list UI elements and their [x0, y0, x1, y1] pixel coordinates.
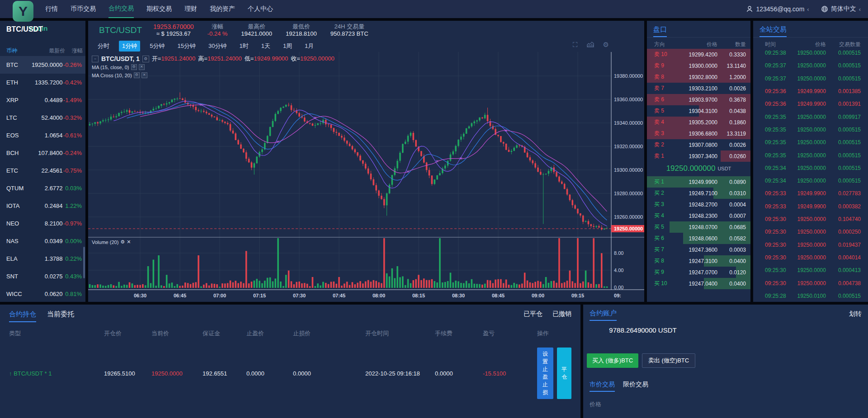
coin-row-BTC[interactable]: BTC19250.0000-0.26%	[0, 56, 85, 74]
nav-item-0[interactable]: 行情	[45, 0, 58, 18]
coin-list-scrollbar[interactable]	[83, 247, 85, 278]
positions-tab-0[interactable]: 合约持仓	[9, 310, 36, 322]
nav-item-4[interactable]: 理财	[184, 0, 197, 18]
orderbook-row[interactable]: 买 319248.27000.0004	[647, 199, 750, 210]
trade-qty: 0.009917	[826, 114, 868, 120]
positions-action-0[interactable]: 已平仓	[524, 310, 542, 318]
coin-row-IOTA[interactable]: IOTA0.24841.22%	[0, 197, 85, 215]
coin-row-BCH[interactable]: BCH107.8400-0.24%	[0, 144, 85, 162]
timeframe-1周[interactable]: 1周	[280, 41, 295, 52]
positions-tab-1[interactable]: 当前委托	[47, 310, 74, 322]
order-type-tab-0[interactable]: 市价交易	[590, 380, 615, 392]
timeframe-5分钟[interactable]: 5分钟	[146, 41, 168, 52]
coin-symbol: SNT	[0, 273, 31, 280]
chevron-icon: ‹	[859, 6, 861, 13]
trade-time: 09:25:28	[753, 293, 795, 299]
orderbook-row[interactable]: 买 519248.07000.0685	[647, 221, 750, 233]
orderbook-row[interactable]: 卖 519304.31000.0438	[647, 105, 750, 117]
trade-row: 09:25:3619249.99000.001391	[753, 101, 868, 107]
coin-row-NEO[interactable]: NEO8.2100-0.97%	[0, 215, 85, 232]
coin-row-LTC[interactable]: LTC52.4000-0.32%	[0, 109, 85, 127]
ob-direction: 卖 5	[647, 107, 681, 115]
orderbook-row[interactable]: 买 919247.07000.0120	[647, 267, 750, 278]
legend-gear-icon[interactable]: ⚙	[142, 56, 149, 62]
chart-settings-gear-icon[interactable]: ⚙	[603, 41, 609, 49]
coin-row-ELA[interactable]: ELA1.37880.22%	[0, 250, 85, 268]
trade-time: 09:25:35	[753, 139, 795, 146]
orderbook-row[interactable]: 卖 1019299.42000.3330	[647, 49, 750, 60]
coin-row-ETH[interactable]: ETH1335.7200-0.42%	[0, 74, 85, 91]
sell-short-button[interactable]: 卖出 (做空)BTC	[642, 353, 695, 368]
set-tp-sl-button[interactable]: 设置止盈止损	[537, 348, 553, 399]
trades-list: 09:25:3819250.00000.00051509:25:3719250.…	[753, 50, 868, 299]
coin-row-EOS[interactable]: EOS1.0654-0.61%	[0, 127, 85, 144]
volume-close-icon[interactable]: ✕	[127, 239, 131, 245]
ob-quantity: 0.0007	[719, 213, 750, 219]
coin-row-SNT[interactable]: SNT0.02750.43%	[0, 268, 85, 285]
orderbook-row[interactable]: 买 219249.71000.0310	[647, 188, 750, 199]
nav-item-1[interactable]: 币币交易	[71, 0, 96, 18]
nav-item-5[interactable]: 我的资产	[210, 0, 235, 18]
trade-price: 19250.0000	[795, 254, 826, 261]
orderbook-row[interactable]: 买 1019247.04000.0400	[647, 278, 750, 289]
ma-cross-settings-icon[interactable]: ⚙	[134, 72, 140, 78]
orderbook-row[interactable]: 卖 219307.08000.0026	[647, 139, 750, 150]
coin-price: 107.8400	[31, 150, 62, 156]
ma-cross-close-icon[interactable]: ✕	[142, 72, 147, 78]
orderbook-row[interactable]: 卖 619303.97000.3678	[647, 94, 750, 105]
transfer-link[interactable]: 划转	[849, 310, 862, 318]
ob-direction: 买 4	[647, 212, 681, 220]
svg-text:✕: ✕	[276, 140, 280, 144]
ob-quantity: 0.3330	[719, 52, 750, 58]
coin-row-QTUM[interactable]: QTUM2.67720.03%	[0, 179, 85, 197]
ma-settings-icon[interactable]: ⚙	[131, 64, 137, 70]
collapse-icon[interactable]: −	[92, 56, 99, 62]
candlestick-chart[interactable]: ✕✕✕✕✕✕✕19380.0000019360.0000019340.00000…	[88, 52, 644, 302]
orderbook-row[interactable]: 买 619248.06000.0582	[647, 233, 750, 244]
coin-row-NAS[interactable]: NAS0.03490.00%	[0, 232, 85, 250]
positions-action-1[interactable]: 已撤销	[552, 310, 571, 318]
timeframe-1天[interactable]: 1天	[258, 41, 274, 52]
coin-price: 19250.0000	[31, 61, 62, 68]
volume-value: 950.8723 BTC	[330, 30, 368, 38]
timeframe-分时[interactable]: 分时	[94, 41, 113, 52]
orderbook-row[interactable]: 买 419248.23000.0007	[647, 210, 750, 221]
close-position-button[interactable]: 平仓	[557, 348, 571, 399]
orderbook-row[interactable]: 买 119249.99000.0890	[647, 176, 750, 188]
orderbook-row[interactable]: 卖 319306.680013.3119	[647, 128, 750, 139]
ob-price: 19248.0700	[681, 224, 717, 230]
nav-item-6[interactable]: 个人中心	[248, 0, 273, 18]
volume-settings-icon[interactable]: ⚙	[120, 239, 125, 245]
orderbook-row[interactable]: 卖 719303.21000.0026	[647, 83, 750, 94]
coin-change: -0.32%	[63, 114, 85, 121]
coin-symbol: IOTA	[0, 202, 31, 209]
timeframe-15分钟[interactable]: 15分钟	[174, 41, 198, 52]
indicator-icon[interactable]	[587, 41, 594, 49]
orderbook-row[interactable]: 卖 819302.80001.2000	[647, 71, 750, 83]
ob-quantity: 0.0685	[719, 224, 750, 230]
order-type-tab-1[interactable]: 限价交易	[623, 380, 648, 392]
orderbook-row[interactable]: 买 819247.31000.0400	[647, 255, 750, 267]
ob-price: 19303.9700	[681, 97, 717, 103]
user-menu[interactable]: 123456@qq.com ‹	[746, 5, 809, 13]
ticker-volume: 24H 交易量 950.8723 BTC	[330, 23, 368, 38]
ma-close-icon[interactable]: ✕	[139, 64, 145, 70]
fullscreen-icon[interactable]: ⛶	[573, 41, 578, 49]
svg-text:08:30: 08:30	[452, 293, 465, 298]
orderbook-row[interactable]: 买 719247.36000.0003	[647, 244, 750, 255]
timeframe-1分钟[interactable]: 1分钟	[119, 41, 140, 52]
orderbook-row[interactable]: 卖 119307.34000.0260	[647, 150, 750, 162]
coin-row-ETC[interactable]: ETC22.4561-0.75%	[0, 162, 85, 179]
buy-long-button[interactable]: 买入 (做多)BTC	[587, 353, 638, 368]
timeframe-1时[interactable]: 1时	[236, 41, 251, 52]
coin-row-WICC[interactable]: WICC0.06200.81%	[0, 285, 85, 303]
orderbook-row[interactable]: 卖 419305.20000.1860	[647, 117, 750, 128]
brand-logo[interactable]: Y	[13, 1, 33, 22]
timeframe-30分钟[interactable]: 30分钟	[205, 41, 230, 52]
language-menu[interactable]: 简体中文 ‹	[821, 5, 861, 13]
coin-row-XRP[interactable]: XRP0.4489-1.49%	[0, 91, 85, 109]
nav-item-3[interactable]: 期权交易	[146, 0, 172, 18]
timeframe-1月[interactable]: 1月	[302, 41, 317, 52]
orderbook-row[interactable]: 卖 919300.000013.1140	[647, 60, 750, 71]
nav-item-2[interactable]: 合约交易	[108, 0, 134, 18]
